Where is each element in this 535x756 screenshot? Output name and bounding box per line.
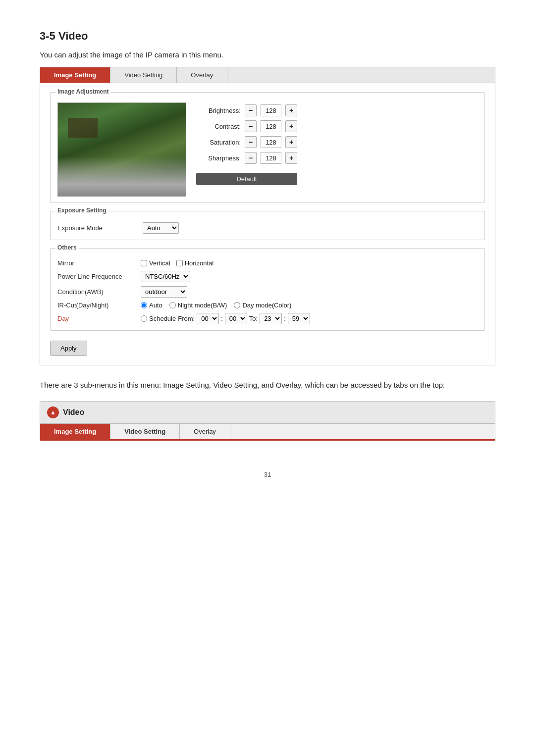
panel-body: Image Adjustment Brightness: − 128 + Con… [40, 83, 495, 365]
power-line-label: Power Line Frequence [57, 273, 137, 280]
colon-2: : [284, 315, 286, 322]
sharpness-label: Sharpness: [196, 154, 241, 162]
tab-video-setting[interactable]: Video Setting [110, 67, 177, 83]
image-adjustment-section: Image Adjustment Brightness: − 128 + Con… [50, 92, 485, 203]
contrast-plus[interactable]: + [285, 120, 297, 132]
from-hour-select[interactable]: 0001061218 [197, 313, 219, 324]
contrast-label: Contrast: [196, 123, 241, 130]
page-number: 31 [40, 471, 495, 478]
brightness-plus[interactable]: + [285, 104, 297, 116]
saturation-row: Saturation: − 128 + [196, 136, 297, 148]
ir-day-label: Day mode(Color) [242, 302, 291, 309]
colon-1: : [221, 315, 223, 322]
description-text: There are 3 sub-menus in this menu: Imag… [40, 379, 495, 391]
main-panel: Image Setting Video Setting Overlay Imag… [40, 67, 495, 365]
video-header: ▲ Video [40, 402, 495, 424]
contrast-row: Contrast: − 128 + [196, 120, 297, 132]
day-label: Day [57, 315, 137, 322]
ir-auto-label: Auto [149, 302, 162, 309]
from-min-select[interactable]: 00153045 [225, 313, 247, 324]
saturation-plus[interactable]: + [285, 136, 297, 148]
sharpness-row: Sharpness: − 128 + [196, 152, 297, 164]
sharpness-minus[interactable]: − [245, 152, 257, 164]
brightness-label: Brightness: [196, 107, 241, 114]
ir-auto-radio[interactable] [141, 302, 147, 308]
ir-night-radio[interactable] [169, 302, 176, 308]
power-line-field: NTSC/60Hz PAL/50Hz [141, 271, 478, 282]
default-button[interactable]: Default [196, 173, 297, 185]
video-tab-image-setting[interactable]: Image Setting [40, 424, 110, 439]
tab-image-setting[interactable]: Image Setting [40, 67, 110, 83]
power-line-select[interactable]: NTSC/60Hz PAL/50Hz [141, 271, 190, 282]
exposure-mode-row: Exposure Mode Auto Manual Priority [57, 222, 478, 234]
intro-text: You can adjust the image of the IP camer… [40, 50, 495, 59]
ir-night-label: Night mode(B/W) [178, 302, 227, 309]
image-adjustment-row: Brightness: − 128 + Contrast: − 128 + [57, 102, 478, 197]
apply-button[interactable]: Apply [50, 341, 87, 356]
condition-select[interactable]: outdoor indoor fluorescent [141, 286, 187, 298]
exposure-mode-label: Exposure Mode [57, 224, 137, 232]
tab-overlay[interactable]: Overlay [177, 67, 227, 83]
schedule-row: Schedule From: 0001061218 : 00153045 To:… [141, 313, 478, 324]
mirror-horizontal-label: Horizontal [185, 259, 214, 267]
schedule-item[interactable]: Schedule [141, 315, 176, 322]
ir-cut-radios: Auto Night mode(B/W) Day mode(Color) [141, 302, 478, 309]
mirror-vertical-item[interactable]: Vertical [141, 259, 170, 267]
brightness-row: Brightness: − 128 + [196, 104, 297, 116]
schedule-label: Schedule [149, 315, 176, 322]
ir-cut-label: IR-Cut(Day/Night) [57, 302, 137, 309]
schedule-radio[interactable] [141, 315, 147, 322]
mirror-horizontal-item[interactable]: Horizontal [176, 259, 214, 267]
exposure-title: Exposure Setting [55, 207, 108, 214]
to-hour-select[interactable]: 23001218 [260, 313, 282, 324]
video-tab-overlay[interactable]: Overlay [180, 424, 230, 439]
mirror-checkboxes: Vertical Horizontal [141, 259, 478, 267]
to-min-select[interactable]: 590030 [288, 313, 310, 324]
saturation-label: Saturation: [196, 139, 241, 146]
saturation-minus[interactable]: − [245, 136, 257, 148]
video-icon: ▲ [47, 406, 59, 418]
exposure-section: Exposure Setting Exposure Mode Auto Manu… [50, 211, 485, 240]
sharpness-value: 128 [261, 152, 281, 164]
others-title: Others [55, 244, 79, 251]
condition-field: outdoor indoor fluorescent [141, 286, 478, 298]
page-title: 3-5 Video [40, 30, 495, 43]
exposure-mode-select[interactable]: Auto Manual Priority [143, 222, 179, 234]
contrast-minus[interactable]: − [245, 120, 257, 132]
brightness-value: 128 [261, 104, 281, 116]
video-panel: ▲ Video Image Setting Video Setting Over… [40, 401, 495, 441]
sliders-area: Brightness: − 128 + Contrast: − 128 + [196, 104, 297, 185]
others-section: Others Mirror Vertical Horizontal Power … [50, 248, 485, 331]
video-header-label: Video [63, 408, 84, 417]
image-adjustment-title: Image Adjustment [55, 88, 111, 95]
tab-bar: Image Setting Video Setting Overlay [40, 67, 495, 83]
saturation-value: 128 [261, 136, 281, 148]
ir-day-item[interactable]: Day mode(Color) [234, 302, 291, 309]
camera-preview [57, 102, 186, 197]
ir-auto-item[interactable]: Auto [141, 302, 162, 309]
ir-day-radio[interactable] [234, 302, 240, 308]
video-tabs: Image Setting Video Setting Overlay [40, 424, 495, 441]
condition-label: Condition(AWB) [57, 288, 137, 296]
mirror-horizontal-checkbox[interactable] [176, 260, 183, 266]
from-label: From: [178, 315, 195, 322]
mirror-vertical-label: Vertical [149, 259, 170, 267]
mirror-label: Mirror [57, 259, 137, 267]
mirror-vertical-checkbox[interactable] [141, 260, 147, 266]
contrast-value: 128 [261, 120, 281, 132]
others-grid: Mirror Vertical Horizontal Power Line Fr… [57, 259, 478, 324]
sharpness-plus[interactable]: + [285, 152, 297, 164]
video-tab-video-setting[interactable]: Video Setting [110, 424, 180, 439]
brightness-minus[interactable]: − [245, 104, 257, 116]
ir-night-item[interactable]: Night mode(B/W) [169, 302, 227, 309]
to-label: To: [249, 315, 258, 322]
